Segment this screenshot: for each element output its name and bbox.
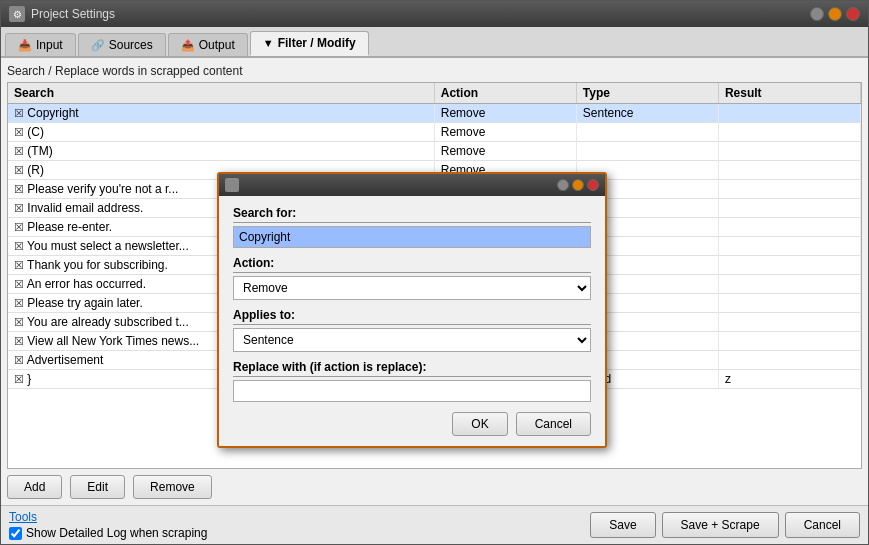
row-cell-result xyxy=(718,351,860,370)
output-tab-icon: 📤 xyxy=(181,39,195,52)
dialog-ok-button[interactable]: OK xyxy=(452,412,507,436)
applies-label: Applies to: xyxy=(233,308,591,325)
row-cell-type: Sentence xyxy=(576,104,718,123)
table-wrapper: Search Action Type Result ☒ CopyrightRem… xyxy=(7,82,862,469)
bottom-left: Tools Show Detailed Log when scraping xyxy=(9,510,207,540)
replace-input[interactable] xyxy=(233,380,591,402)
applies-field: Applies to: Sentence Word Paragraph xyxy=(233,308,591,352)
close-button[interactable] xyxy=(846,7,860,21)
row-cell-action: Remove xyxy=(434,104,576,123)
row-cell-action: Remove xyxy=(434,123,576,142)
save-button[interactable]: Save xyxy=(590,512,655,538)
row-checkbox[interactable]: ☒ xyxy=(14,202,24,214)
bottom-right: Save Save + Scrape Cancel xyxy=(590,512,860,538)
table-row[interactable]: ☒ (C)Remove xyxy=(8,123,861,142)
row-checkbox[interactable]: ☒ xyxy=(14,335,24,347)
row-cell-result xyxy=(718,237,860,256)
row-cell-type xyxy=(576,142,718,161)
tools-link[interactable]: Tools xyxy=(9,510,207,524)
main-window: ⚙ Project Settings 📥 Input 🔗 Sources 📤 O… xyxy=(0,0,869,545)
show-log-row: Show Detailed Log when scraping xyxy=(9,526,207,540)
section-label: Search / Replace words in scrapped conte… xyxy=(7,64,862,78)
row-cell-result xyxy=(718,332,860,351)
dialog-cancel-button[interactable]: Cancel xyxy=(516,412,591,436)
table-row[interactable]: ☒ (TM)Remove xyxy=(8,142,861,161)
table-row[interactable]: ☒ CopyrightRemoveSentence xyxy=(8,104,861,123)
row-checkbox[interactable]: ☒ xyxy=(14,145,24,157)
window-title: Project Settings xyxy=(31,7,804,21)
dialog-title-bar xyxy=(219,174,605,196)
bottom-bar: Tools Show Detailed Log when scraping Sa… xyxy=(1,505,868,544)
row-cell-result xyxy=(718,313,860,332)
row-checkbox[interactable]: ☒ xyxy=(14,354,24,366)
row-checkbox[interactable]: ☒ xyxy=(14,240,24,252)
tab-input[interactable]: 📥 Input xyxy=(5,33,76,56)
row-cell-type xyxy=(576,123,718,142)
cancel-button[interactable]: Cancel xyxy=(785,512,860,538)
row-checkbox[interactable]: ☒ xyxy=(14,373,24,385)
row-cell-search: ☒ Copyright xyxy=(8,104,434,123)
search-for-label: Search for: xyxy=(233,206,591,223)
row-cell-result xyxy=(718,218,860,237)
dialog-maximize[interactable] xyxy=(572,179,584,191)
search-for-field: Search for: xyxy=(233,206,591,248)
show-log-checkbox[interactable] xyxy=(9,527,22,540)
row-cell-result: z xyxy=(718,370,860,389)
row-cell-result xyxy=(718,199,860,218)
remove-button[interactable]: Remove xyxy=(133,475,212,499)
row-checkbox[interactable]: ☒ xyxy=(14,278,24,290)
row-checkbox[interactable]: ☒ xyxy=(14,221,24,233)
dialog-icon xyxy=(225,178,239,192)
minimize-button[interactable] xyxy=(810,7,824,21)
row-checkbox[interactable]: ☒ xyxy=(14,316,24,328)
row-cell-search: ☒ (TM) xyxy=(8,142,434,161)
dialog-body: Search for: Action: Remove Replace Appli… xyxy=(219,196,605,446)
action-buttons: Add Edit Remove xyxy=(7,475,862,499)
row-cell-result xyxy=(718,275,860,294)
edit-dialog: Search for: Action: Remove Replace Appli… xyxy=(217,172,607,448)
edit-button[interactable]: Edit xyxy=(70,475,125,499)
show-log-label: Show Detailed Log when scraping xyxy=(26,526,207,540)
action-select[interactable]: Remove Replace xyxy=(233,276,591,300)
dialog-close[interactable] xyxy=(587,179,599,191)
tabs-bar: 📥 Input 🔗 Sources 📤 Output ▼ Filter / Mo… xyxy=(1,27,868,58)
row-cell-search: ☒ (C) xyxy=(8,123,434,142)
row-cell-action: Remove xyxy=(434,142,576,161)
replace-field: Replace with (if action is replace): xyxy=(233,360,591,402)
add-button[interactable]: Add xyxy=(7,475,62,499)
dialog-actions: OK Cancel xyxy=(233,412,591,436)
save-scrape-button[interactable]: Save + Scrape xyxy=(662,512,779,538)
action-field: Action: Remove Replace xyxy=(233,256,591,300)
action-label: Action: xyxy=(233,256,591,273)
col-result: Result xyxy=(718,83,860,104)
title-bar: ⚙ Project Settings xyxy=(1,1,868,27)
row-cell-result xyxy=(718,256,860,275)
tab-output[interactable]: 📤 Output xyxy=(168,33,248,56)
dialog-title-controls xyxy=(557,179,599,191)
row-checkbox[interactable]: ☒ xyxy=(14,107,24,119)
row-cell-result xyxy=(718,123,860,142)
input-tab-icon: 📥 xyxy=(18,39,32,52)
replace-label: Replace with (if action is replace): xyxy=(233,360,591,377)
tab-sources[interactable]: 🔗 Sources xyxy=(78,33,166,56)
dialog-minimize[interactable] xyxy=(557,179,569,191)
row-checkbox[interactable]: ☒ xyxy=(14,259,24,271)
row-cell-result xyxy=(718,294,860,313)
search-for-input[interactable] xyxy=(233,226,591,248)
applies-select[interactable]: Sentence Word Paragraph xyxy=(233,328,591,352)
row-checkbox[interactable]: ☒ xyxy=(14,183,24,195)
row-cell-result xyxy=(718,161,860,180)
title-controls xyxy=(810,7,860,21)
row-cell-result xyxy=(718,180,860,199)
row-cell-result xyxy=(718,104,860,123)
window-icon: ⚙ xyxy=(9,6,25,22)
col-search: Search xyxy=(8,83,434,104)
row-checkbox[interactable]: ☒ xyxy=(14,297,24,309)
row-cell-result xyxy=(718,142,860,161)
row-checkbox[interactable]: ☒ xyxy=(14,164,24,176)
filter-tab-icon: ▼ xyxy=(263,37,274,49)
maximize-button[interactable] xyxy=(828,7,842,21)
tab-filter[interactable]: ▼ Filter / Modify xyxy=(250,31,369,56)
content-area: Search / Replace words in scrapped conte… xyxy=(1,58,868,505)
row-checkbox[interactable]: ☒ xyxy=(14,126,24,138)
